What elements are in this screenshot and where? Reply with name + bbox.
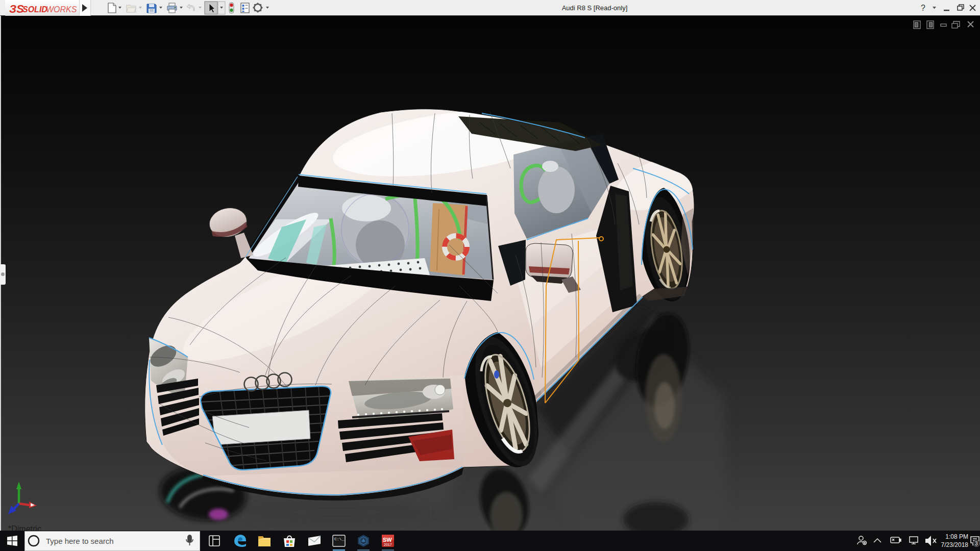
svg-text:C:\_: C:\_	[334, 537, 344, 541]
svg-text:SW: SW	[383, 537, 392, 543]
svg-text:3: 3	[975, 541, 978, 546]
svg-text:2017: 2017	[384, 543, 392, 546]
